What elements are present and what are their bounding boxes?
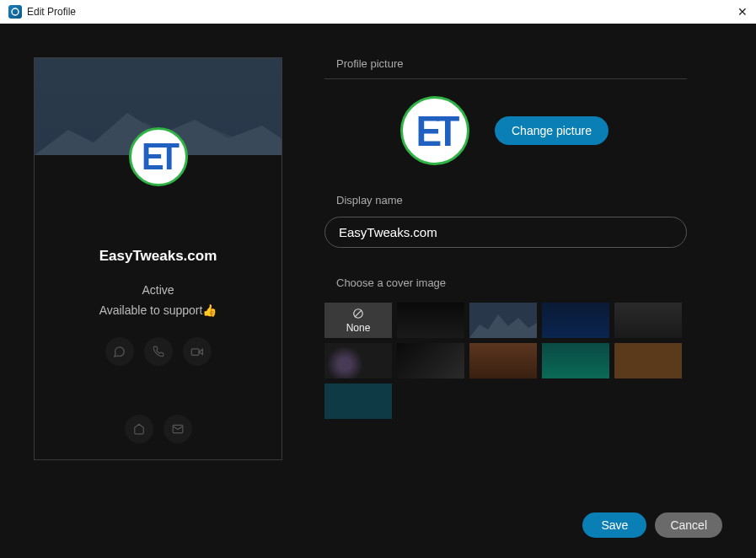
cover-image-label: Choose a cover image [336,276,714,289]
profile-preview-card: ET EasyTweaks.com Active Available to su… [34,57,282,460]
mail-icon[interactable] [164,415,192,443]
svg-point-0 [12,8,19,15]
cover-option-none[interactable]: None [324,303,392,338]
profile-picture-label: Profile picture [336,57,714,70]
cover-option-aurora-teal[interactable] [542,343,609,378]
bio-text: Available to support👍 [99,303,217,317]
display-name-label: Display name [336,194,714,207]
cover-option-black-curve[interactable] [397,343,464,378]
avatar-large: ET [400,96,469,165]
cover-none-label: None [346,322,371,334]
svg-marker-4 [199,349,202,354]
avatar-text-large: ET [416,114,454,148]
window-titlebar: Edit Profile ✕ [0,0,756,24]
change-picture-button[interactable]: Change picture [495,116,609,145]
cover-option-teal-solid[interactable] [324,384,392,419]
save-button[interactable]: Save [582,512,646,538]
chat-icon[interactable] [105,337,134,366]
profile-name-preview: EasyTweaks.com [99,248,217,265]
cover-option-brown[interactable] [614,343,682,378]
svg-line-7 [355,309,362,316]
avatar-preview: ET [129,127,188,186]
divider [324,78,687,79]
close-icon[interactable]: ✕ [737,5,748,19]
none-icon [352,308,364,322]
display-name-input[interactable] [324,217,687,248]
avatar-text: ET [142,142,174,171]
video-icon[interactable] [183,337,212,366]
cover-grid: None [324,303,714,419]
cancel-button[interactable]: Cancel [655,512,722,538]
status-text: Active [142,283,174,297]
phone-icon[interactable] [144,337,173,366]
home-icon[interactable] [125,415,153,443]
svg-rect-3 [191,348,199,355]
window-title: Edit Profile [27,6,76,18]
app-icon [8,5,22,19]
cover-option-desert[interactable] [469,343,537,378]
cover-option-deep-blue[interactable] [542,303,609,338]
cover-option-dark-gray[interactable] [397,303,464,338]
cover-option-gray-shape[interactable] [614,303,682,338]
cover-option-mountain-blue[interactable] [469,303,537,338]
cover-option-dark-shape[interactable] [324,343,392,378]
